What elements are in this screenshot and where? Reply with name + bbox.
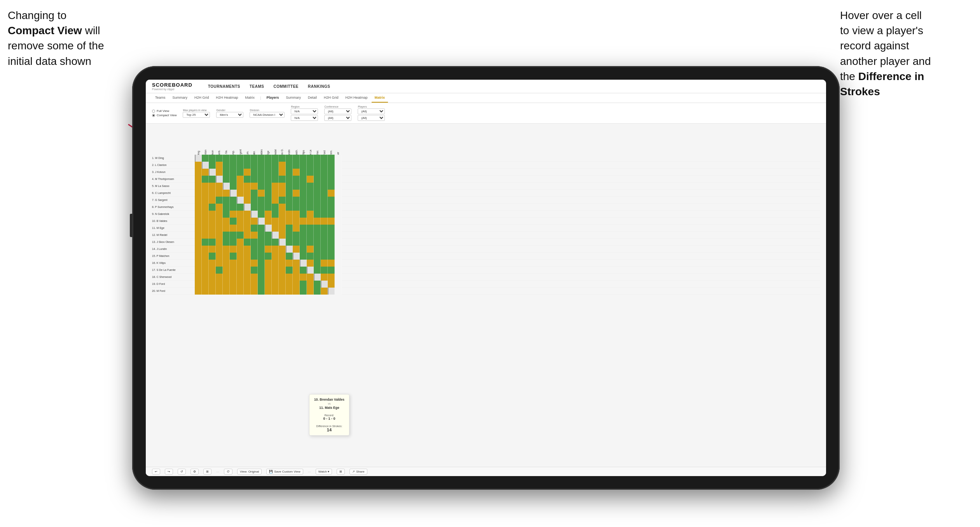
grid-cell-19-15[interactable] [293, 281, 300, 288]
grid-cell-5-7[interactable] [237, 183, 244, 190]
grid-cell-20-1[interactable] [195, 288, 202, 295]
tab-detail[interactable]: Detail [305, 93, 320, 103]
grid-cell-3-3[interactable] [209, 169, 216, 176]
grid-cell-17-4[interactable] [216, 267, 223, 274]
grid-cell-16-8[interactable] [244, 260, 251, 267]
grid-cell-7-12[interactable] [272, 197, 279, 204]
grid-cell-12-16[interactable] [300, 232, 307, 239]
grid-cell-10-21[interactable] [335, 218, 342, 225]
grid-cell-18-15[interactable] [293, 274, 300, 281]
grid-cell-17-20[interactable] [328, 267, 335, 274]
grid-cell-7-6[interactable] [230, 197, 237, 204]
grid-cell-3-19[interactable] [321, 169, 328, 176]
grid-cell-6-18[interactable] [314, 190, 321, 197]
grid-cell-10-14[interactable] [286, 218, 293, 225]
grid-cell-4-19[interactable] [321, 176, 328, 183]
grid-cell-14-13[interactable] [279, 246, 286, 253]
grid-cell-14-15[interactable] [293, 246, 300, 253]
grid-cell-9-20[interactable] [328, 211, 335, 218]
grid-cell-18-7[interactable] [237, 274, 244, 281]
grid-cell-1-4[interactable] [216, 155, 223, 162]
toolbar-layout-btn[interactable]: ⊞ [337, 469, 345, 475]
grid-cell-12-7[interactable] [237, 232, 244, 239]
grid-cell-3-16[interactable] [300, 169, 307, 176]
filter-max-players-select[interactable]: Top 25 [183, 112, 210, 118]
grid-cell-16-16[interactable] [300, 260, 307, 267]
grid-cell-13-10[interactable] [258, 239, 265, 246]
grid-cell-13-21[interactable] [335, 239, 342, 246]
grid-cell-9-9[interactable] [251, 211, 258, 218]
grid-cell-1-5[interactable] [223, 155, 230, 162]
grid-cell-19-4[interactable] [216, 281, 223, 288]
grid-cell-12-17[interactable] [307, 232, 314, 239]
grid-cell-18-11[interactable] [265, 274, 272, 281]
grid-cell-13-6[interactable] [230, 239, 237, 246]
grid-cell-6-13[interactable] [279, 190, 286, 197]
grid-cell-16-18[interactable] [314, 260, 321, 267]
grid-cell-17-12[interactable] [272, 267, 279, 274]
grid-cell-14-3[interactable] [209, 246, 216, 253]
grid-cell-5-19[interactable] [321, 183, 328, 190]
grid-cell-11-14[interactable] [286, 225, 293, 232]
filter-gender-select[interactable]: Men's [216, 112, 243, 118]
grid-cell-14-7[interactable] [237, 246, 244, 253]
grid-cell-8-19[interactable] [321, 204, 328, 211]
grid-cell-9-12[interactable] [272, 211, 279, 218]
grid-cell-17-10[interactable] [258, 267, 265, 274]
grid-cell-11-20[interactable] [328, 225, 335, 232]
grid-cell-6-4[interactable] [216, 190, 223, 197]
grid-cell-11-3[interactable] [209, 225, 216, 232]
nav-rankings[interactable]: RANKINGS [308, 84, 330, 89]
grid-cell-20-13[interactable] [279, 288, 286, 295]
grid-cell-15-11[interactable] [265, 253, 272, 260]
grid-cell-13-17[interactable] [307, 239, 314, 246]
grid-cell-15-15[interactable] [293, 253, 300, 260]
grid-cell-14-14[interactable] [286, 246, 293, 253]
grid-cell-2-15[interactable] [293, 162, 300, 169]
grid-cell-5-13[interactable] [279, 183, 286, 190]
grid-cell-4-4[interactable] [216, 176, 223, 183]
grid-cell-17-13[interactable] [279, 267, 286, 274]
grid-cell-13-11[interactable] [265, 239, 272, 246]
grid-cell-12-8[interactable] [244, 232, 251, 239]
grid-cell-12-14[interactable] [286, 232, 293, 239]
grid-cell-10-15[interactable] [293, 218, 300, 225]
grid-cell-3-14[interactable] [286, 169, 293, 176]
radio-full-view-circle[interactable] [152, 110, 155, 113]
grid-cell-4-18[interactable] [314, 176, 321, 183]
grid-cell-12-2[interactable] [202, 232, 209, 239]
grid-cell-10-8[interactable] [244, 218, 251, 225]
grid-cell-19-11[interactable] [265, 281, 272, 288]
grid-cell-19-21[interactable] [335, 281, 342, 288]
grid-cell-20-9[interactable] [251, 288, 258, 295]
grid-cell-7-4[interactable] [216, 197, 223, 204]
grid-cell-14-10[interactable] [258, 246, 265, 253]
grid-cell-9-15[interactable] [293, 211, 300, 218]
grid-cell-17-17[interactable] [307, 267, 314, 274]
grid-cell-13-14[interactable] [286, 239, 293, 246]
grid-cell-10-17[interactable] [307, 218, 314, 225]
grid-cell-12-11[interactable] [265, 232, 272, 239]
grid-cell-18-8[interactable] [244, 274, 251, 281]
grid-cell-15-14[interactable] [286, 253, 293, 260]
grid-cell-14-4[interactable] [216, 246, 223, 253]
grid-cell-8-5[interactable] [223, 204, 230, 211]
grid-cell-11-16[interactable] [300, 225, 307, 232]
grid-cell-7-17[interactable] [307, 197, 314, 204]
grid-cell-7-16[interactable] [300, 197, 307, 204]
tab-teams[interactable]: Teams [152, 93, 169, 103]
filter-conference-select2[interactable]: (All) [324, 115, 351, 121]
grid-cell-2-20[interactable] [328, 162, 335, 169]
grid-cell-17-8[interactable] [244, 267, 251, 274]
grid-cell-18-2[interactable] [202, 274, 209, 281]
grid-cell-17-6[interactable] [230, 267, 237, 274]
grid-cell-7-10[interactable] [258, 197, 265, 204]
grid-cell-7-1[interactable] [195, 197, 202, 204]
grid-cell-5-8[interactable] [244, 183, 251, 190]
filter-region-select2[interactable]: N/A [291, 115, 318, 121]
grid-cell-14-19[interactable] [321, 246, 328, 253]
grid-cell-15-19[interactable] [321, 253, 328, 260]
grid-cell-8-11[interactable] [265, 204, 272, 211]
grid-cell-7-20[interactable] [328, 197, 335, 204]
grid-cell-8-13[interactable] [279, 204, 286, 211]
